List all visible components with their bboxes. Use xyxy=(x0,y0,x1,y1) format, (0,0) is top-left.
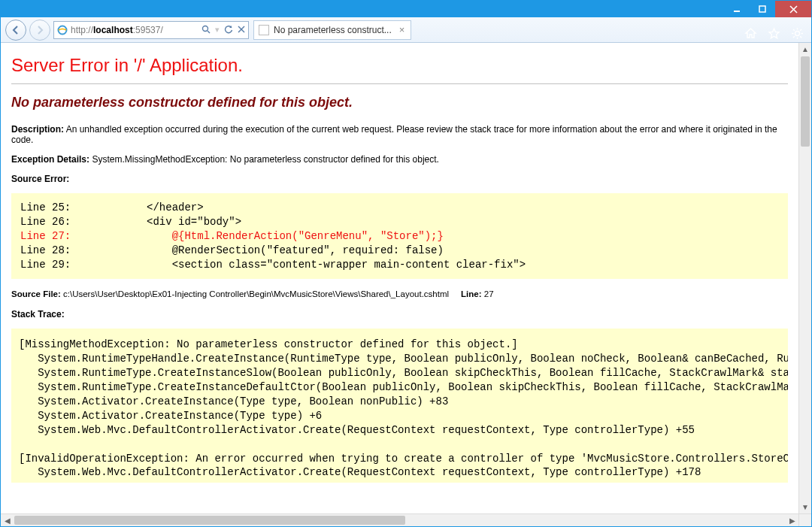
scroll-down-icon[interactable]: ▼ xyxy=(799,501,811,513)
back-button[interactable] xyxy=(5,20,26,41)
stop-icon[interactable] xyxy=(238,26,245,35)
address-bar[interactable]: http://localhost:59537/ ▾ xyxy=(53,21,249,39)
address-buttons: ▾ xyxy=(201,25,245,35)
scroll-right-icon[interactable]: ▶ xyxy=(786,514,798,526)
scroll-left-icon[interactable]: ◀ xyxy=(1,514,14,526)
ie-icon xyxy=(57,25,68,35)
chrome-right-actions xyxy=(744,20,804,46)
svg-line-14 xyxy=(793,29,795,31)
svg-line-16 xyxy=(800,29,801,31)
horizontal-scrollbar[interactable]: ◀ ▶ xyxy=(1,513,798,526)
svg-line-6 xyxy=(208,31,210,33)
forward-button[interactable] xyxy=(29,20,50,41)
tools-icon[interactable] xyxy=(791,27,804,40)
page-content: Server Error in '/' Application. No para… xyxy=(1,43,811,526)
source-file-label: Source File: xyxy=(11,289,61,298)
line-number: 27 xyxy=(484,289,494,298)
url-host: localhost xyxy=(93,25,133,35)
error-title: Server Error in '/' Application. xyxy=(11,55,788,76)
home-icon[interactable] xyxy=(744,27,757,40)
svg-line-17 xyxy=(793,36,795,38)
scroll-corner xyxy=(798,513,811,526)
highlighted-line: Line 27: @{Html.RenderAction("GenreMenu"… xyxy=(20,230,444,242)
source-error-code: Line 25: </header> Line 26: <div id="bod… xyxy=(11,193,788,279)
browser-window: http://localhost:59537/ ▾ No parameterle… xyxy=(0,0,812,527)
line-label: Line: xyxy=(461,289,481,298)
horizontal-scroll-thumb[interactable] xyxy=(14,516,405,525)
page-icon xyxy=(259,25,269,35)
source-error-label: Source Error: xyxy=(11,174,788,184)
refresh-icon[interactable] xyxy=(224,25,233,35)
titlebar xyxy=(1,1,811,17)
source-file-line: Source File: c:\Users\User\Desktop\Ex01-… xyxy=(11,289,788,298)
maximize-button[interactable] xyxy=(750,1,775,17)
stack-trace-code: [MissingMethodException: No parameterles… xyxy=(11,329,788,483)
vertical-scroll-thumb[interactable] xyxy=(801,56,810,147)
minimize-button[interactable] xyxy=(724,1,750,17)
close-button[interactable] xyxy=(775,1,811,17)
tab-title: No parameterless construct... xyxy=(274,25,392,35)
exception-text: System.MissingMethodException: No parame… xyxy=(92,154,439,165)
url-scheme: http:// xyxy=(71,25,93,35)
error-subtitle: No parameterless constructor defined for… xyxy=(11,95,788,111)
favorites-icon[interactable] xyxy=(768,27,780,40)
exception-label: Exception Details: xyxy=(11,154,89,165)
svg-line-15 xyxy=(800,36,801,38)
viewport: Server Error in '/' Application. No para… xyxy=(1,43,798,513)
svg-point-9 xyxy=(795,31,800,35)
scroll-up-icon[interactable]: ▲ xyxy=(799,43,811,56)
svg-point-5 xyxy=(203,26,208,31)
exception-line: Exception Details: System.MissingMethodE… xyxy=(11,154,788,165)
url-port: :59537/ xyxy=(133,25,163,35)
toolbar: http://localhost:59537/ ▾ No parameterle… xyxy=(1,17,811,43)
svg-rect-1 xyxy=(759,6,765,12)
tab-close-icon[interactable]: × xyxy=(399,24,405,35)
divider xyxy=(11,83,788,84)
stack-trace-label: Stack Trace: xyxy=(11,309,788,320)
source-file-path: c:\Users\User\Desktop\Ex01-Injecting Con… xyxy=(63,289,449,298)
description-text: An unhandled exception occurred during t… xyxy=(11,124,777,145)
vertical-scrollbar[interactable]: ▲ ▼ xyxy=(798,43,811,513)
search-icon[interactable] xyxy=(201,25,211,35)
description-label: Description: xyxy=(11,124,64,135)
description-line: Description: An unhandled exception occu… xyxy=(11,124,788,145)
browser-tab[interactable]: No parameterless construct... × xyxy=(253,20,411,40)
